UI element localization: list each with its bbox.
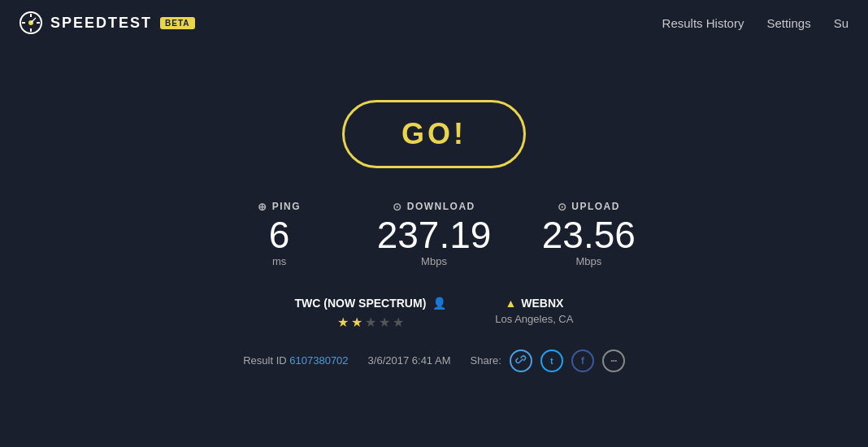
star-5: ★ — [393, 315, 404, 330]
result-id-link[interactable]: 6107380702 — [289, 354, 348, 367]
server-location-text: Los Angeles, CA — [495, 313, 573, 325]
settings-link[interactable]: Settings — [766, 16, 810, 30]
logo-area: SPEEDTEST BETA — [20, 11, 195, 34]
star-1: ★ — [337, 315, 349, 330]
navigation: Results History Settings Su — [662, 16, 848, 30]
upload-unit: Mbps — [575, 255, 601, 267]
isp-name-row: TWC (NOW SPECTRUM) 👤 — [295, 297, 447, 310]
main-content: GO! ⊕ PING 6 ms ⊙ DOWNLOAD 237.19 Mbps ⊙… — [0, 0, 868, 447]
upload-stat: ⊙ UPLOAD 23.56 Mbps — [540, 201, 637, 267]
download-icon: ⊙ — [393, 201, 403, 213]
ping-value: 6 — [269, 216, 290, 254]
download-value: 237.19 — [377, 216, 492, 254]
star-2: ★ — [351, 315, 362, 330]
share-twitter-icon[interactable]: t — [540, 349, 563, 372]
support-link[interactable]: Su — [834, 16, 848, 30]
ping-unit: ms — [272, 255, 286, 267]
share-more-icon[interactable]: ··· — [602, 349, 625, 372]
ping-stat: ⊕ PING 6 ms — [231, 201, 328, 267]
ping-label: ⊕ PING — [258, 201, 301, 213]
ping-icon: ⊕ — [258, 201, 268, 213]
results-history-link[interactable]: Results History — [662, 16, 744, 30]
isp-info: TWC (NOW SPECTRUM) 👤 ★ ★ ★ ★ ★ — [295, 297, 447, 330]
server-name-row: ▲ WEBNX — [505, 297, 563, 310]
isp-rating-stars: ★ ★ ★ ★ ★ — [337, 315, 404, 330]
upload-icon: ⊙ — [558, 201, 568, 213]
share-facebook-icon[interactable]: f — [571, 349, 594, 372]
star-4: ★ — [379, 315, 390, 330]
speedtest-logo-icon — [20, 11, 42, 34]
stats-row: ⊕ PING 6 ms ⊙ DOWNLOAD 237.19 Mbps ⊙ UPL… — [231, 201, 638, 267]
share-link-icon[interactable] — [510, 349, 532, 372]
result-timestamp: 3/6/2017 6:41 AM — [368, 354, 451, 367]
share-section: Share: t f ··· — [471, 349, 625, 372]
server-triangle-icon: ▲ — [505, 297, 516, 310]
download-unit: Mbps — [421, 255, 447, 267]
header: SPEEDTEST BETA Results History Settings … — [0, 0, 868, 46]
info-row: TWC (NOW SPECTRUM) 👤 ★ ★ ★ ★ ★ ▲ WEBNX L… — [295, 297, 574, 330]
star-3: ★ — [365, 315, 376, 330]
download-label: ⊙ DOWNLOAD — [393, 201, 475, 213]
server-name-text: WEBNX — [521, 297, 563, 310]
isp-person-icon: 👤 — [432, 297, 446, 310]
result-id-label: Result ID 6107380702 — [243, 354, 348, 367]
go-button[interactable]: GO! — [342, 100, 526, 168]
upload-label: ⊙ UPLOAD — [558, 201, 620, 213]
isp-name-text: TWC (NOW SPECTRUM) — [295, 297, 427, 310]
download-stat: ⊙ DOWNLOAD 237.19 Mbps — [377, 201, 492, 267]
logo-text: SPEEDTEST — [50, 15, 152, 32]
server-info: ▲ WEBNX Los Angeles, CA — [495, 297, 573, 325]
svg-line-6 — [31, 18, 36, 23]
upload-value: 23.56 — [542, 216, 636, 254]
result-footer: Result ID 6107380702 3/6/2017 6:41 AM Sh… — [243, 349, 625, 372]
share-label: Share: — [471, 354, 501, 367]
beta-badge: BETA — [160, 17, 194, 29]
